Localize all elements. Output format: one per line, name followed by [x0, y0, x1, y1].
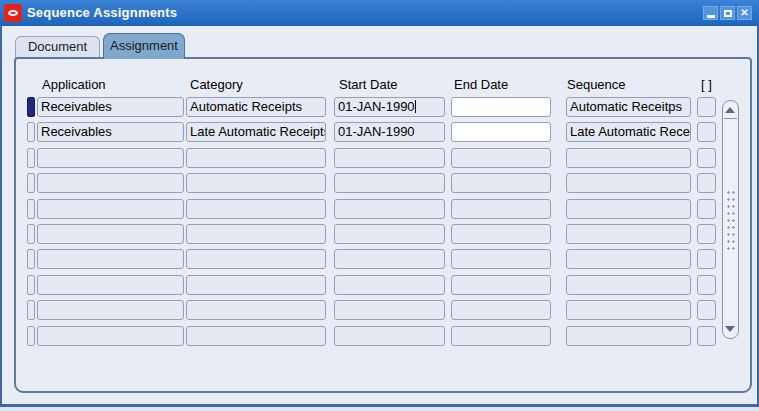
- application-field[interactable]: [37, 275, 184, 295]
- flexfield-box[interactable]: [697, 173, 716, 193]
- flexfield-box[interactable]: [697, 122, 716, 142]
- end-date-field[interactable]: [451, 300, 551, 320]
- column-header-start-date: Start Date: [339, 77, 398, 92]
- minimize-icon: [707, 15, 715, 18]
- sequence-field[interactable]: [566, 224, 691, 244]
- flexfield-box[interactable]: [697, 300, 716, 320]
- record-selector[interactable]: [27, 224, 35, 244]
- end-date-field[interactable]: [451, 224, 551, 244]
- table-row: [16, 326, 750, 346]
- scroll-down-arrow-icon[interactable]: [725, 326, 735, 332]
- flexfield-box[interactable]: [697, 199, 716, 219]
- record-selector[interactable]: [27, 249, 35, 269]
- end-date-field[interactable]: [451, 148, 551, 168]
- application-field[interactable]: [37, 249, 184, 269]
- start-date-field[interactable]: 01-JAN-1990: [334, 97, 445, 117]
- oracle-ring: [8, 10, 18, 16]
- category-field[interactable]: Late Automatic Receipts: [186, 122, 326, 142]
- end-date-field[interactable]: [451, 122, 551, 142]
- maximize-icon: [724, 10, 732, 17]
- category-field[interactable]: [186, 300, 326, 320]
- category-field[interactable]: Automatic Receipts: [186, 97, 326, 117]
- window-title: Sequence Assignments: [27, 0, 177, 26]
- table-row: [16, 173, 750, 193]
- column-header-category: Category: [190, 77, 243, 92]
- tab-assignment[interactable]: Assignment: [103, 33, 185, 59]
- scrollbar-thumb-edge: [724, 118, 737, 119]
- tab-document[interactable]: Document: [15, 36, 100, 58]
- record-selector[interactable]: [27, 275, 35, 295]
- maximize-button[interactable]: [720, 6, 735, 20]
- application-field[interactable]: [37, 224, 184, 244]
- flexfield-box[interactable]: [697, 326, 716, 346]
- record-selector[interactable]: [27, 148, 35, 168]
- table-row: Receivables Automatic Receipts 01-JAN-19…: [16, 97, 750, 117]
- start-date-field[interactable]: [334, 199, 445, 219]
- vertical-scrollbar[interactable]: [722, 100, 739, 339]
- sequence-field[interactable]: [566, 249, 691, 269]
- end-date-field[interactable]: [451, 275, 551, 295]
- table-row: [16, 148, 750, 168]
- category-field[interactable]: [186, 199, 326, 219]
- start-date-field[interactable]: [334, 173, 445, 193]
- flexfield-box[interactable]: [697, 148, 716, 168]
- end-date-field[interactable]: [451, 326, 551, 346]
- application-field[interactable]: [37, 173, 184, 193]
- start-date-field[interactable]: [334, 148, 445, 168]
- record-selector[interactable]: [27, 199, 35, 219]
- oracle-logo-icon: [4, 4, 22, 22]
- sequence-field[interactable]: Late Automatic Receipts: [566, 122, 691, 142]
- start-date-field[interactable]: [334, 224, 445, 244]
- flexfield-box[interactable]: [697, 275, 716, 295]
- flexfield-box[interactable]: [697, 249, 716, 269]
- record-selector[interactable]: [27, 300, 35, 320]
- category-field[interactable]: [186, 326, 326, 346]
- end-date-field[interactable]: [451, 173, 551, 193]
- sequence-field[interactable]: [566, 173, 691, 193]
- scrollbar-grip-dots[interactable]: [726, 189, 736, 253]
- category-field[interactable]: [186, 148, 326, 168]
- sequence-field[interactable]: [566, 300, 691, 320]
- sequence-field[interactable]: Automatic Receitps: [566, 97, 691, 117]
- sequence-field[interactable]: [566, 199, 691, 219]
- column-header-application: Application: [42, 77, 106, 92]
- flexfield-box[interactable]: [697, 97, 716, 117]
- table-row: [16, 224, 750, 244]
- category-field[interactable]: [186, 249, 326, 269]
- record-selector[interactable]: [27, 173, 35, 193]
- close-button[interactable]: ✕: [737, 6, 752, 20]
- scroll-up-arrow-icon[interactable]: [725, 107, 735, 113]
- end-date-field[interactable]: [451, 97, 551, 117]
- category-field[interactable]: [186, 275, 326, 295]
- application-field[interactable]: Receivables: [37, 97, 184, 117]
- category-field[interactable]: [186, 224, 326, 244]
- record-selector[interactable]: [27, 122, 35, 142]
- record-selector[interactable]: [27, 97, 35, 117]
- flexfield-box[interactable]: [697, 224, 716, 244]
- application-field[interactable]: [37, 199, 184, 219]
- record-selector[interactable]: [27, 326, 35, 346]
- application-field[interactable]: Receivables: [37, 122, 184, 142]
- table-row: [16, 199, 750, 219]
- titlebar[interactable]: Sequence Assignments ✕: [0, 0, 759, 26]
- sequence-field[interactable]: [566, 326, 691, 346]
- category-field[interactable]: [186, 173, 326, 193]
- start-date-field[interactable]: [334, 300, 445, 320]
- sequence-assignments-window: Sequence Assignments ✕ Document Assignme…: [0, 0, 759, 407]
- application-field[interactable]: [37, 326, 184, 346]
- table-row: [16, 249, 750, 269]
- sequence-field[interactable]: [566, 148, 691, 168]
- end-date-field[interactable]: [451, 249, 551, 269]
- start-date-field[interactable]: [334, 249, 445, 269]
- text-caret: [415, 100, 417, 113]
- application-field[interactable]: [37, 300, 184, 320]
- start-date-field[interactable]: 01-JAN-1990: [334, 122, 445, 142]
- application-field[interactable]: [37, 148, 184, 168]
- minimize-button[interactable]: [703, 6, 718, 20]
- window-controls: ✕: [703, 6, 752, 20]
- sequence-field[interactable]: [566, 275, 691, 295]
- table-row: [16, 275, 750, 295]
- start-date-field[interactable]: [334, 326, 445, 346]
- end-date-field[interactable]: [451, 199, 551, 219]
- start-date-field[interactable]: [334, 275, 445, 295]
